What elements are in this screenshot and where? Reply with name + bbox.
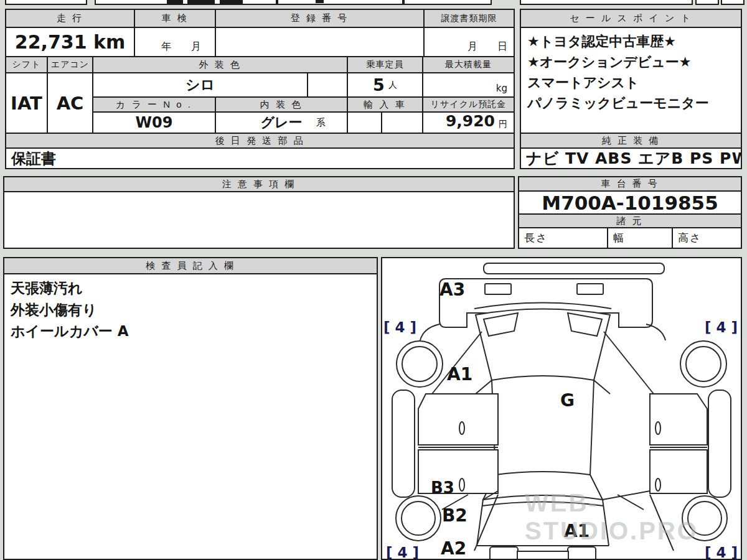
sales-points-header: セ ー ル ス ポ イ ン ト [520, 9, 742, 28]
mileage-header: 走 行 [5, 9, 135, 28]
genuine-equipment-value: ナビ TV ABS エアB PS PW [520, 147, 742, 169]
shift-value: IAT [5, 72, 48, 134]
spec-width-cell: 幅 [607, 227, 673, 249]
exterior-color-header: 外 装 色 [92, 56, 348, 73]
front-lamp-right-shape [577, 284, 603, 294]
inspection-header: 車 検 [134, 9, 216, 28]
exterior-color-extra-cell [307, 72, 348, 98]
chassis-header: 車 台 番 号 [518, 176, 742, 192]
tire-tread-rear-right: [ 4 ] [705, 544, 738, 559]
damage-code-a1-rear: A1 [564, 521, 590, 541]
front-bumper-shape [484, 263, 664, 274]
inspector-note-line: ホイールカバー A [11, 320, 370, 342]
car-diagram-svg: A3 A1 G B3 B2 A2 A1 [ 4 ] [ 4 ] [ 4 ] [ … [382, 258, 741, 559]
recycle-deposit-header: リサイクル預託金 [422, 96, 515, 113]
roof-shape [492, 380, 594, 475]
interior-color-suffix: 系 [316, 117, 326, 129]
right-rocker-shape [708, 390, 731, 497]
rear-right-wheel-inner [688, 502, 721, 535]
max-load-header: 最大積載量 [422, 56, 515, 73]
clipped-cell [403, 0, 492, 5]
notes-body [3, 191, 515, 249]
color-no-value: W09 [92, 111, 216, 134]
damage-code-a3: A3 [439, 279, 465, 300]
notes-header: 注 意 事 項 欄 [3, 176, 515, 192]
later-parts-header: 後 日 発 送 部 品 [5, 133, 515, 149]
damage-code-g: G [560, 390, 575, 411]
right-quarter-lines [603, 491, 674, 551]
left-front-door-shape [418, 394, 498, 445]
inspection-value: 年 月 [134, 27, 216, 57]
sales-point-item: ★オークションデビュー★ [527, 52, 735, 72]
tire-tread-front-right: [ 4 ] [705, 319, 738, 335]
aircon-header: エアコン [47, 56, 93, 73]
capacity-unit: 人 [388, 80, 397, 91]
import-car-value-2 [381, 111, 423, 134]
recycle-deposit-value: 9,920 円 [422, 111, 515, 134]
right-front-door-handle [655, 422, 660, 434]
inspector-notes: 天張薄汚れ 外装小傷有り ホイールカバー A [3, 273, 378, 560]
genuine-equipment-header: 純 正 装 備 [520, 133, 742, 149]
damage-code-a2: A2 [441, 538, 466, 559]
interior-color-header: 内 装 色 [215, 96, 348, 113]
front-left-wheel-inner [402, 347, 437, 381]
aircon-value: AC [47, 72, 93, 134]
import-car-header: 輸 入 車 [347, 96, 423, 113]
sales-point-item: ★トヨタ認定中古車歴★ [527, 31, 735, 52]
max-load-value: kg [422, 72, 515, 98]
clipped-cell [721, 0, 745, 5]
rear-window-shape [483, 475, 603, 500]
clipped-text-fragment [220, 0, 243, 4]
color-no-header: カ ラ ー N o . [92, 96, 216, 113]
damage-code-a1-front: A1 [447, 364, 472, 385]
capacity-value: 5 人 [347, 72, 423, 98]
inspector-header: 検 査 員 記 入 欄 [3, 257, 378, 274]
clipped-text-fragment [187, 0, 215, 5]
sales-point-item: スマートアシスト [527, 72, 735, 93]
inspector-note-line: 天張薄汚れ [11, 278, 370, 299]
rear-bumper-right-shape [568, 547, 596, 559]
mileage-value: 22,731 km [5, 27, 135, 57]
clipped-cell [5, 0, 87, 5]
sales-point-item: パノラミックビューモニター [527, 93, 735, 113]
shift-header: シフト [5, 56, 48, 73]
clipped-text-fragment [167, 0, 183, 4]
left-front-fender-line [420, 324, 439, 340]
rear-left-wheel-inner [402, 502, 435, 535]
left-front-door-handle [459, 422, 464, 434]
chassis-value: M700A-1019855 [518, 190, 742, 215]
interior-color-name: グレー [260, 113, 302, 132]
auction-sheet: 走 行 車 検 登 録 番 号 譲渡書類期限 22,731 km 年 月 月 日… [0, 0, 747, 560]
clipped-cell [520, 0, 693, 5]
capacity-number: 5 [373, 75, 385, 95]
capacity-header: 乗車定員 [347, 56, 423, 73]
import-car-value-1 [347, 111, 382, 134]
clipped-cell [695, 0, 719, 5]
exterior-color-value: シロ [92, 72, 308, 98]
front-lamp-left-shape [485, 284, 511, 294]
recycle-deposit-number: 9,920 [446, 112, 495, 130]
tire-tread-front-left: [ 4 ] [383, 319, 416, 335]
right-front-door-shape [650, 394, 707, 445]
front-right-wheel-inner [686, 347, 721, 381]
right-rear-door-handle [655, 478, 660, 491]
left-rear-door-handle [459, 478, 464, 491]
interior-color-value: グレー 系 [215, 111, 348, 134]
rear-bumper-center-shape [517, 551, 568, 559]
later-parts-value: 保証書 [5, 147, 515, 169]
tire-tread-rear-left: [ 4 ] [386, 544, 419, 559]
spec-length-cell: 長さ [518, 227, 608, 249]
registration-header: 登 録 番 号 [215, 9, 425, 28]
specs-header: 諸 元 [518, 213, 742, 228]
sales-points-list: ★トヨタ認定中古車歴★ ★オークションデビュー★ スマートアシスト パノラミック… [520, 27, 742, 134]
recycle-deposit-unit: 円 [499, 119, 507, 130]
rear-bumper-left-shape [490, 547, 518, 559]
transfer-deadline-header: 譲渡書類期限 [423, 9, 515, 28]
transfer-deadline-value: 月 日 [423, 27, 515, 57]
registration-value [215, 27, 425, 57]
clipped-cell [95, 0, 277, 5]
damage-code-b3: B3 [431, 478, 454, 497]
car-damage-diagram: A3 A1 G B3 B2 A2 A1 [ 4 ] [ 4 ] [ 4 ] [ … [381, 257, 742, 560]
clipped-text-fragment [316, 0, 324, 3]
damage-code-b2: B2 [442, 505, 467, 526]
